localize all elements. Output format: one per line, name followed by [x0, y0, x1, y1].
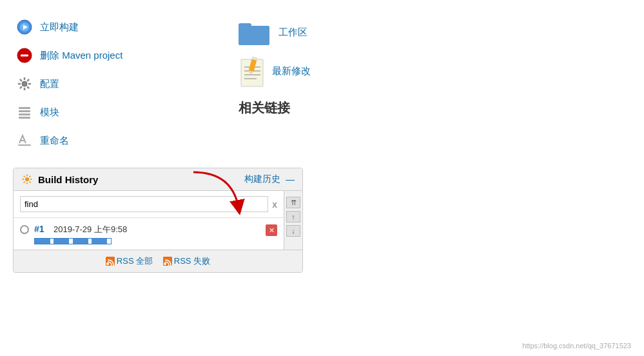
related-links-title: 相关链接 — [239, 99, 625, 117]
delete-icon — [15, 46, 34, 64]
workspace-link-item: 工作区 — [239, 19, 625, 45]
modules-link[interactable]: 模块 — [40, 106, 59, 119]
svg-point-6 — [22, 81, 27, 86]
config-icon — [15, 75, 34, 93]
svg-rect-15 — [19, 107, 30, 109]
watermark: https://blog.csdn.net/qq_37671523 — [522, 342, 631, 350]
svg-line-12 — [27, 86, 29, 88]
svg-line-26 — [24, 176, 25, 177]
svg-line-27 — [29, 181, 30, 183]
build-history-title: Build History — [38, 174, 98, 185]
module-icon — [15, 103, 34, 121]
build-status-circle — [20, 225, 29, 234]
sidebar: 立即构建 删除 Maven project — [0, 6, 219, 279]
rss-fail-link[interactable]: RSS 失败 — [163, 256, 210, 266]
rename-icon — [15, 132, 34, 150]
rss-fail-icon — [163, 257, 172, 266]
build-item-info: #1 2019-7-29 上午9:58 — [34, 223, 260, 244]
sidebar-item-modules[interactable]: 模块 — [13, 98, 206, 126]
rename-link[interactable]: 重命名 — [40, 135, 69, 147]
build-history-header-left: Build History — [21, 173, 98, 185]
rss-all-link[interactable]: RSS 全部 — [106, 256, 155, 266]
svg-line-29 — [24, 181, 25, 183]
recent-changes-link[interactable]: 最新修改 — [272, 65, 311, 77]
sidebar-item-delete-maven[interactable]: 删除 Maven project — [13, 41, 206, 70]
svg-line-13 — [27, 79, 29, 81]
recent-changes-notepad-icon — [239, 55, 264, 86]
svg-line-14 — [20, 86, 22, 88]
sidebar-item-instant-build[interactable]: 立即构建 — [13, 13, 206, 41]
gear-icon — [21, 173, 33, 185]
svg-point-33 — [164, 262, 166, 265]
svg-rect-16 — [19, 110, 30, 112]
svg-rect-18 — [19, 117, 30, 119]
workspace-link[interactable]: 工作区 — [278, 26, 307, 39]
svg-line-11 — [20, 79, 22, 81]
config-link[interactable]: 配置 — [40, 78, 59, 90]
svg-point-21 — [25, 177, 28, 181]
recent-changes-link-item: 最新修改 — [239, 55, 625, 86]
rss-fail-label: RSS 失败 — [174, 256, 210, 266]
svg-rect-19 — [18, 144, 31, 146]
build-number-link[interactable]: #1 — [34, 224, 44, 234]
sidebar-item-rename[interactable]: 重命名 — [13, 126, 206, 155]
sidebar-item-config[interactable]: 配置 — [13, 70, 206, 98]
workspace-folder-icon — [239, 19, 271, 45]
right-links: 工作区 — [239, 19, 625, 86]
delete-maven-link[interactable]: 删除 Maven project — [40, 50, 122, 62]
svg-rect-17 — [19, 114, 30, 115]
svg-point-31 — [106, 262, 109, 265]
build-time: 2019-7-29 上午9:58 — [54, 224, 127, 234]
svg-rect-5 — [21, 55, 28, 57]
rss-all-icon — [106, 257, 115, 266]
instant-build-icon — [15, 18, 34, 36]
build-delete-button[interactable] — [266, 224, 277, 236]
rss-all-label: RSS 全部 — [117, 256, 153, 266]
build-progress-bar — [34, 238, 112, 244]
instant-build-link[interactable]: 立即构建 — [40, 21, 79, 34]
svg-line-28 — [29, 176, 30, 177]
build-item-row: #1 2019-7-29 上午9:58 — [14, 218, 284, 250]
svg-rect-35 — [239, 23, 251, 30]
